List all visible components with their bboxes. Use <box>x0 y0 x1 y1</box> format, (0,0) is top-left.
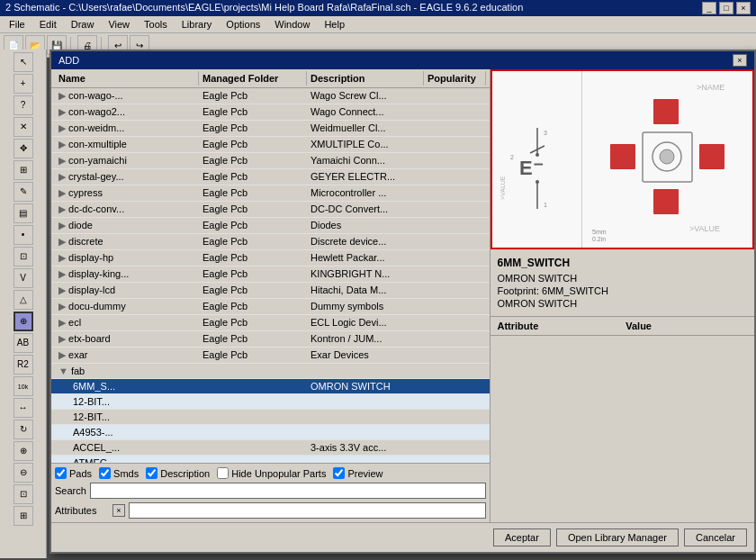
table-row[interactable]: ▶ dc-dc-conv... Eagle Pcb DC-DC Convert.… <box>51 202 490 218</box>
tool-label[interactable]: ⊡ <box>14 247 33 266</box>
table-row[interactable]: 12-BIT... <box>51 410 490 425</box>
svg-point-16 <box>660 149 674 164</box>
footprint-label: Footprint: <box>498 285 539 296</box>
dialog-close-btn[interactable]: × <box>733 54 747 67</box>
menu-draw[interactable]: Draw <box>66 18 100 31</box>
add-dialog: ADD × Name Managed Folder Description Po… <box>50 50 756 554</box>
preview-checkbox[interactable] <box>333 467 345 479</box>
close-btn[interactable]: × <box>736 2 751 14</box>
dialog-title-text: ADD <box>58 55 79 66</box>
schematic-svg: >VALUE E⁻ 3 1 2 <box>494 74 580 245</box>
attribute-table-area: Attribute Value <box>490 317 755 522</box>
tool-value[interactable]: V <box>14 268 33 288</box>
table-row[interactable]: ▶ exar Eagle Pcb Exar Devices <box>51 348 490 364</box>
table-header: Name Managed Folder Description Populari… <box>51 69 490 88</box>
search-label: Search <box>55 485 86 496</box>
tool-zoom-in[interactable]: ⊕ <box>14 441 33 461</box>
smds-checkbox[interactable] <box>99 467 111 479</box>
table-row[interactable]: ▶ docu-dummy Eagle Pcb Dummy symbols <box>51 299 490 315</box>
table-row[interactable]: ▶ crystal-gey... Eagle Pcb GEYER ELECTR.… <box>51 169 490 185</box>
menu-help[interactable]: Help <box>319 18 350 31</box>
option-hide-unpopular[interactable]: Hide Unpopular Parts <box>217 467 326 479</box>
dialog-title-bar: ADD × <box>51 51 754 69</box>
schematic-preview: >VALUE E⁻ 3 1 2 <box>492 71 582 248</box>
library-table[interactable]: ▶ con-wago-... Eagle Pcb Wago Screw Cl..… <box>51 88 490 463</box>
maximize-btn[interactable]: □ <box>719 2 734 14</box>
col-pop: Popularity <box>424 71 486 86</box>
tool-add[interactable]: + <box>14 74 33 94</box>
tool-delete[interactable]: ✕ <box>14 117 33 137</box>
accept-button[interactable]: Aceptar <box>493 528 551 546</box>
table-row[interactable]: ▶ con-wago-... Eagle Pcb Wago Screw Cl..… <box>51 88 490 104</box>
attr-col-name: Attribute <box>494 319 623 333</box>
menu-bar: File Edit Draw View Tools Library Option… <box>0 16 756 33</box>
tool-copy[interactable]: ⊞ <box>14 160 33 180</box>
table-row[interactable]: ▶ display-hp Eagle Pcb Hewlett Packar... <box>51 250 490 266</box>
part-footprint: Footprint: 6MM_SWITCH <box>498 285 748 296</box>
svg-point-8 <box>536 153 539 157</box>
table-row[interactable]: ▶ con-wago2... Eagle Pcb Wago Connect... <box>51 104 490 121</box>
tool-bus[interactable]: ▤ <box>14 203 33 223</box>
search-input[interactable] <box>90 483 486 499</box>
table-row[interactable]: ▶ con-weidm... Eagle Pcb Weidmueller Cl.… <box>51 121 490 137</box>
cancel-button[interactable]: Cancelar <box>684 528 747 546</box>
menu-file[interactable]: File <box>4 18 31 31</box>
table-row[interactable]: A4953-... <box>51 425 490 440</box>
tool-select[interactable]: ↖ <box>14 52 33 72</box>
table-row[interactable]: ▶ display-lcd Eagle Pcb Hitachi, Data M.… <box>51 283 490 299</box>
table-row[interactable]: ▶ con-yamaichi Eagle Pcb Yamaichi Conn..… <box>51 153 490 169</box>
option-preview[interactable]: Preview <box>333 467 382 479</box>
menu-view[interactable]: View <box>103 18 135 31</box>
tool-rotate[interactable]: ↻ <box>14 420 33 439</box>
menu-window[interactable]: Window <box>269 18 315 31</box>
tool-mirror[interactable]: ↔ <box>14 398 33 418</box>
table-row[interactable]: ATMEG... <box>51 456 490 463</box>
option-smds[interactable]: Smds <box>99 467 139 479</box>
library-manager-button[interactable]: Open Library Manager <box>556 528 679 546</box>
table-row[interactable]: ▶ etx-board Eagle Pcb Kontron / JUM... <box>51 331 490 348</box>
part-name: 6MM_SWITCH <box>498 257 748 269</box>
tool-text[interactable]: AB <box>14 333 33 353</box>
attributes-clear-btn[interactable]: × <box>112 504 125 517</box>
svg-rect-19 <box>653 99 679 124</box>
menu-options[interactable]: Options <box>220 18 266 31</box>
table-row[interactable]: ▶ diode Eagle Pcb Diodes <box>51 218 490 234</box>
tool-zoom-out[interactable]: ⊖ <box>14 463 33 483</box>
menu-tools[interactable]: Tools <box>139 18 173 31</box>
svg-point-9 <box>536 180 539 184</box>
table-row[interactable]: ▶ cypress Eagle Pcb Microcontroller ... <box>51 185 490 202</box>
tool-junction[interactable]: • <box>14 225 33 245</box>
table-row[interactable]: ▶ con-xmultiple Eagle Pcb XMULTIPLE Co..… <box>51 137 490 153</box>
attributes-input[interactable] <box>129 502 486 519</box>
dialog-footer: Aceptar Open Library Manager Cancelar <box>51 522 754 552</box>
svg-rect-17 <box>610 144 635 169</box>
tool-info[interactable]: ? <box>14 95 33 115</box>
table-row[interactable]: 12-BIT... <box>51 394 490 410</box>
table-row[interactable]: ▶ display-king... Eagle Pcb KINGBRIGHT N… <box>51 266 490 283</box>
pads-checkbox[interactable] <box>55 467 67 479</box>
tool-net[interactable]: ✎ <box>14 182 33 202</box>
table-row[interactable]: ACCEL_... 3-axis 3.3V acc... <box>51 440 490 456</box>
tool-fit[interactable]: ⊡ <box>14 484 33 504</box>
table-row-selected[interactable]: 6MM_S... OMRON SWITCH <box>51 379 490 394</box>
tool-10k[interactable]: 10k <box>14 376 33 396</box>
tool-group[interactable]: △ <box>14 290 33 310</box>
option-pads[interactable]: Pads <box>55 467 92 479</box>
tool-r2[interactable]: R2 <box>14 355 33 375</box>
option-description[interactable]: Description <box>146 467 210 479</box>
app-title-bar: 2 Schematic - C:\Users\rafae\Documents\E… <box>0 0 756 16</box>
table-row[interactable]: ▶ ecl Eagle Pcb ECL Logic Devi... <box>51 315 490 331</box>
minimize-btn[interactable]: _ <box>702 2 716 14</box>
tool-grid[interactable]: ⊞ <box>14 506 33 526</box>
svg-text:3: 3 <box>544 130 547 136</box>
svg-text:>VALUE: >VALUE <box>689 224 720 233</box>
table-row[interactable]: ▶ discrete Eagle Pcb Discrete device... <box>51 234 490 250</box>
menu-library[interactable]: Library <box>176 18 218 31</box>
part-info: 6MM_SWITCH OMRON SWITCH Footprint: 6MM_S… <box>490 249 755 317</box>
tool-move[interactable]: ✥ <box>14 139 33 158</box>
table-row-fab[interactable]: ▼ fab <box>51 364 490 379</box>
tool-active[interactable]: ⊕ <box>14 312 33 331</box>
menu-edit[interactable]: Edit <box>34 18 62 31</box>
hide-unpopular-checkbox[interactable] <box>217 467 229 479</box>
description-checkbox[interactable] <box>146 467 158 479</box>
